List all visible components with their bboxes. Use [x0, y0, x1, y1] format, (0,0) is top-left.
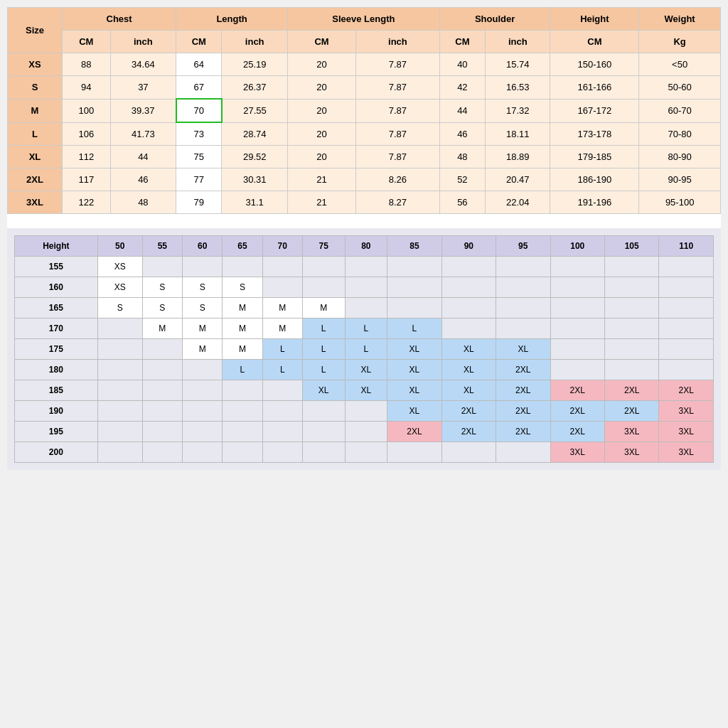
bottom-table-cell: 3XL [604, 422, 658, 442]
bottom-weight-col-header: 95 [496, 236, 550, 257]
bottom-table-cell [97, 360, 142, 380]
weight-kg-header: Kg [639, 31, 721, 53]
table-row: 2XL117467730.31218.265220.47186-19090-95 [8, 168, 721, 191]
table-cell: 64 [176, 53, 222, 76]
table-cell: 28.74 [222, 122, 288, 146]
bottom-table-cell [223, 442, 262, 463]
height-header: Height [550, 8, 639, 31]
bottom-table-cell [496, 298, 550, 318]
table-cell: 34.64 [110, 53, 176, 76]
bottom-table-cell [550, 257, 604, 277]
bottom-weight-col-header: 85 [387, 236, 441, 257]
bottom-table-cell [262, 380, 302, 401]
table-cell: 67 [176, 76, 222, 100]
table-cell: 42 [439, 76, 485, 100]
table-cell: 52 [439, 168, 485, 191]
bottom-table-cell: 2XL [550, 401, 604, 422]
table-row: L10641.737328.74207.874618.11173-17870-8… [8, 122, 721, 146]
bottom-row-height: 160 [15, 277, 98, 298]
bottom-table-cell: XL [387, 401, 441, 422]
bottom-table-cell: 2XL [550, 422, 604, 442]
bottom-table-cell [182, 442, 222, 463]
table-cell: 79 [176, 191, 222, 214]
bottom-table-cell [142, 360, 182, 380]
table-cell: 191-196 [550, 191, 639, 214]
bottom-table-cell [345, 401, 387, 422]
size-chart-bottom: Height50556065707580859095100105110 155X… [14, 235, 714, 463]
bottom-table-cell [142, 401, 182, 422]
table-cell: 7.87 [356, 99, 440, 122]
bottom-table-cell: 2XL [496, 380, 550, 401]
table-cell: 112 [63, 146, 111, 168]
bottom-table-cell [550, 298, 604, 318]
bottom-weight-col-header: 80 [345, 236, 387, 257]
bottom-table-cell: M [182, 318, 222, 339]
bottom-table-cell: S [142, 277, 182, 298]
bottom-table-row: 165SSSMMM [15, 298, 714, 318]
bottom-table-cell [550, 360, 604, 380]
bottom-row-height: 180 [15, 360, 98, 380]
chest-header: Chest [63, 8, 176, 31]
table-row: S94376726.37207.874216.53161-16650-60 [8, 76, 721, 100]
bottom-table-cell [496, 277, 550, 298]
table-cell: 20.47 [486, 168, 550, 191]
bottom-weight-col-header: 105 [604, 236, 658, 257]
bottom-table-cell: XL [345, 380, 387, 401]
table-cell: 27.55 [222, 99, 288, 122]
table-cell: L [8, 122, 63, 146]
bottom-row-height: 170 [15, 318, 98, 339]
bottom-table-cell [387, 257, 441, 277]
bottom-table-cell: 2XL [496, 422, 550, 442]
table-cell: 90-95 [639, 168, 721, 191]
bottom-weight-col-header: 55 [142, 236, 182, 257]
bottom-table-cell: XL [302, 380, 345, 401]
bottom-table-row: 175MMLLLXLXLXL [15, 339, 714, 360]
shoulder-header: Shoulder [439, 8, 550, 31]
bottom-table-cell: XL [441, 360, 496, 380]
sleeve-cm-header: CM [287, 31, 355, 53]
height-cm-header: CM [550, 31, 639, 53]
bottom-table-cell: S [142, 298, 182, 318]
table-cell: 46 [439, 122, 485, 146]
table-cell: 20 [287, 122, 355, 146]
table-row: XS8834.646425.19207.874015.74150-160<50 [8, 53, 721, 76]
main-container: Size Chest Length Sleeve Length Shoulder… [7, 7, 721, 470]
table-cell: 100 [63, 99, 111, 122]
bottom-table-cell [496, 442, 550, 463]
size-header: Size [8, 8, 63, 53]
bottom-row-height: 175 [15, 339, 98, 360]
bottom-weight-col-header: 60 [182, 236, 222, 257]
size-chart-top: Size Chest Length Sleeve Length Shoulder… [7, 7, 721, 214]
bottom-table-cell [659, 360, 714, 380]
table-cell: 7.87 [356, 146, 440, 168]
bottom-table-cell [345, 442, 387, 463]
bottom-row-height: 200 [15, 442, 98, 463]
table-cell: 8.26 [356, 168, 440, 191]
bottom-table-cell [302, 277, 345, 298]
table-cell: 95-100 [639, 191, 721, 214]
table-cell: 70-80 [639, 122, 721, 146]
table-cell: XS [8, 53, 63, 76]
table-cell: 48 [110, 191, 176, 214]
bottom-weight-col-header: 100 [550, 236, 604, 257]
bottom-table-row: 160XSSSS [15, 277, 714, 298]
length-inch-header: inch [222, 31, 288, 53]
table-cell: 117 [63, 168, 111, 191]
bottom-table-cell: 3XL [659, 422, 714, 442]
table-cell: 44 [439, 99, 485, 122]
table-cell: 60-70 [639, 99, 721, 122]
bottom-table-cell: 2XL [550, 380, 604, 401]
table-cell: 21 [287, 191, 355, 214]
table-cell: 20 [287, 99, 355, 122]
table-cell: 46 [110, 168, 176, 191]
bottom-table-cell [97, 442, 142, 463]
bottom-table-row: 190XL2XL2XL2XL2XL3XL [15, 401, 714, 422]
bottom-table-row: 170MMMMLLL [15, 318, 714, 339]
bottom-table-row: 180LLLXLXLXL2XL [15, 360, 714, 380]
bottom-table-cell [387, 442, 441, 463]
table-cell: 20 [287, 146, 355, 168]
table-cell: 50-60 [639, 76, 721, 100]
table-cell: <50 [639, 53, 721, 76]
bottom-table-cell [262, 257, 302, 277]
table-cell: 150-160 [550, 53, 639, 76]
